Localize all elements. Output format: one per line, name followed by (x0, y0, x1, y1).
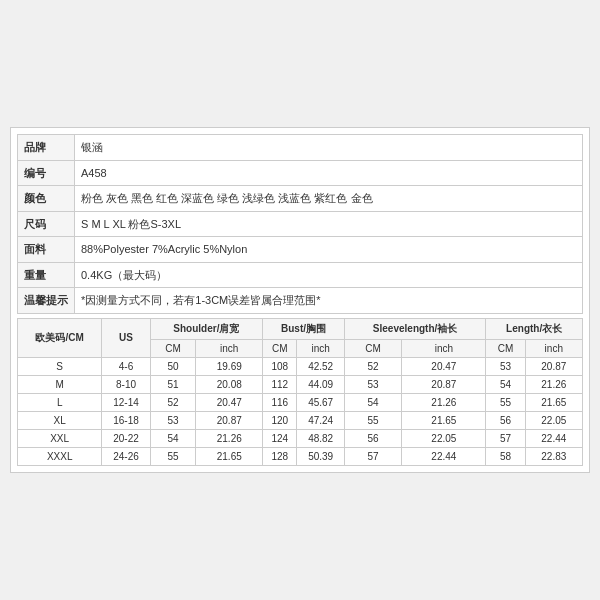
fabric-value: 88%Polyester 7%Acrylic 5%Nylon (75, 237, 583, 263)
color-label: 颜色 (18, 186, 75, 212)
cell-len-in: 22.05 (525, 411, 582, 429)
code-value: A458 (75, 160, 583, 186)
size-row: 尺码 S M L XL 粉色S-3XL (18, 211, 583, 237)
col-length: Length/衣长 (486, 318, 583, 339)
size-value: S M L XL 粉色S-3XL (75, 211, 583, 237)
brand-row: 品牌 银涵 (18, 135, 583, 161)
cell-bust-in: 45.67 (297, 393, 344, 411)
cell-sl-cm: 55 (344, 411, 401, 429)
cell-bust-cm: 112 (263, 375, 297, 393)
size-header-row1: 欧美码/CM US Shoulder/肩宽 Bust/胸围 Sleeveleng… (18, 318, 583, 339)
cell-sl-cm: 52 (344, 357, 401, 375)
cell-bust-in: 42.52 (297, 357, 344, 375)
cell-bust-in: 44.09 (297, 375, 344, 393)
size-chart: 欧美码/CM US Shoulder/肩宽 Bust/胸围 Sleeveleng… (17, 318, 583, 466)
cell-len-in: 21.65 (525, 393, 582, 411)
cell-us: 24-26 (102, 447, 150, 465)
cell-size: XXXL (18, 447, 102, 465)
weight-row: 重量 0.4KG（最大码） (18, 262, 583, 288)
cell-sl-in: 20.87 (402, 375, 486, 393)
cell-len-in: 21.26 (525, 375, 582, 393)
cell-len-cm: 53 (486, 357, 525, 375)
cell-sh-in: 19.69 (196, 357, 263, 375)
col-shoulder: Shoulder/肩宽 (150, 318, 262, 339)
cell-bust-cm: 124 (263, 429, 297, 447)
cell-size: XL (18, 411, 102, 429)
cell-bust-cm: 108 (263, 357, 297, 375)
cell-us: 20-22 (102, 429, 150, 447)
cell-bust-cm: 128 (263, 447, 297, 465)
weight-value: 0.4KG（最大码） (75, 262, 583, 288)
sl-inch-header: inch (402, 339, 486, 357)
code-label: 编号 (18, 160, 75, 186)
cell-sl-cm: 56 (344, 429, 401, 447)
size-label: 尺码 (18, 211, 75, 237)
sl-cm-header: CM (344, 339, 401, 357)
cell-bust-cm: 116 (263, 393, 297, 411)
cell-sh-cm: 50 (150, 357, 196, 375)
brand-label: 品牌 (18, 135, 75, 161)
cell-sh-cm: 55 (150, 447, 196, 465)
cell-sh-cm: 53 (150, 411, 196, 429)
cell-sl-in: 22.44 (402, 447, 486, 465)
cell-sh-in: 20.47 (196, 393, 263, 411)
cell-len-in: 20.87 (525, 357, 582, 375)
cell-sl-in: 22.05 (402, 429, 486, 447)
cell-sh-in: 21.26 (196, 429, 263, 447)
cell-sh-cm: 54 (150, 429, 196, 447)
cell-len-cm: 54 (486, 375, 525, 393)
sh-inch-header: inch (196, 339, 263, 357)
table-row: XXL 20-22 54 21.26 124 48.82 56 22.05 57… (18, 429, 583, 447)
cell-sl-in: 21.65 (402, 411, 486, 429)
color-row: 颜色 粉色 灰色 黑色 红色 深蓝色 绿色 浅绿色 浅蓝色 紫红色 金色 (18, 186, 583, 212)
fabric-row: 面料 88%Polyester 7%Acrylic 5%Nylon (18, 237, 583, 263)
brand-value: 银涵 (75, 135, 583, 161)
warning-label: 温馨提示 (18, 288, 75, 314)
color-value: 粉色 灰色 黑色 红色 深蓝色 绿色 浅绿色 浅蓝色 紫红色 金色 (75, 186, 583, 212)
col-sleeve: Sleevelength/袖长 (344, 318, 485, 339)
cell-size: L (18, 393, 102, 411)
cell-bust-cm: 120 (263, 411, 297, 429)
cell-sl-cm: 53 (344, 375, 401, 393)
cell-len-in: 22.44 (525, 429, 582, 447)
len-cm-header: CM (486, 339, 525, 357)
cell-sh-cm: 52 (150, 393, 196, 411)
cell-size: M (18, 375, 102, 393)
cell-size: S (18, 357, 102, 375)
cell-sh-in: 20.87 (196, 411, 263, 429)
cell-sh-cm: 51 (150, 375, 196, 393)
cell-us: 8-10 (102, 375, 150, 393)
cell-us: 16-18 (102, 411, 150, 429)
col-bust: Bust/胸围 (263, 318, 345, 339)
cell-sl-in: 20.47 (402, 357, 486, 375)
code-row: 编号 A458 (18, 160, 583, 186)
len-inch-header: inch (525, 339, 582, 357)
table-row: M 8-10 51 20.08 112 44.09 53 20.87 54 21… (18, 375, 583, 393)
warning-row: 温馨提示 *因测量方式不同，若有1-3CM误差皆属合理范围* (18, 288, 583, 314)
cell-bust-in: 50.39 (297, 447, 344, 465)
bust-cm-header: CM (263, 339, 297, 357)
col-eu-cm: 欧美码/CM (18, 318, 102, 357)
table-row: XXXL 24-26 55 21.65 128 50.39 57 22.44 5… (18, 447, 583, 465)
bust-inch-header: inch (297, 339, 344, 357)
table-row: S 4-6 50 19.69 108 42.52 52 20.47 53 20.… (18, 357, 583, 375)
cell-sl-in: 21.26 (402, 393, 486, 411)
cell-sh-in: 20.08 (196, 375, 263, 393)
cell-sl-cm: 57 (344, 447, 401, 465)
col-us: US (102, 318, 150, 357)
sh-cm-header: CM (150, 339, 196, 357)
cell-len-cm: 57 (486, 429, 525, 447)
main-container: 品牌 银涵 编号 A458 颜色 粉色 灰色 黑色 红色 深蓝色 绿色 浅绿色 … (10, 127, 590, 473)
cell-len-cm: 56 (486, 411, 525, 429)
cell-len-cm: 58 (486, 447, 525, 465)
fabric-label: 面料 (18, 237, 75, 263)
table-row: XL 16-18 53 20.87 120 47.24 55 21.65 56 … (18, 411, 583, 429)
cell-bust-in: 48.82 (297, 429, 344, 447)
cell-sl-cm: 54 (344, 393, 401, 411)
cell-us: 4-6 (102, 357, 150, 375)
info-table: 品牌 银涵 编号 A458 颜色 粉色 灰色 黑色 红色 深蓝色 绿色 浅绿色 … (17, 134, 583, 314)
cell-size: XXL (18, 429, 102, 447)
warning-value: *因测量方式不同，若有1-3CM误差皆属合理范围* (75, 288, 583, 314)
cell-sh-in: 21.65 (196, 447, 263, 465)
cell-len-in: 22.83 (525, 447, 582, 465)
